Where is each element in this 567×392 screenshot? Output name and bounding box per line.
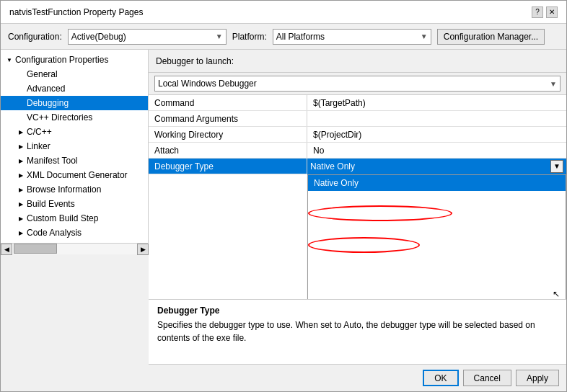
debugger-launch-arrow-icon: ▼ [550, 80, 557, 88]
scrollbar-thumb[interactable] [14, 244, 57, 254]
info-panel-description: Specifies the debugger type to use. When… [157, 318, 558, 344]
properties-section: Command $(TargetPath) Command Arguments … [149, 95, 566, 364]
tree-expand-icon: ▶ [17, 228, 25, 237]
dropdown-item-mixed-net-core[interactable]: Mixed (.NET Core) [308, 239, 566, 254]
prop-row-working-dir[interactable]: Working Directory $(ProjectDir) [149, 127, 566, 143]
sidebar-item-label: C/C++ [27, 127, 52, 137]
prop-name-working-dir: Working Directory [149, 127, 307, 142]
content-area: Debugger to launch: Local Windows Debugg… [149, 50, 566, 391]
prop-row-command[interactable]: Command $(TargetPath) [149, 95, 566, 111]
apply-button[interactable]: Apply [516, 370, 559, 386]
sidebar-item-label: Build Events [27, 199, 75, 209]
bottom-bar: OK Cancel Apply [149, 364, 566, 391]
sidebar-item-label: XML Document Generator [27, 170, 128, 180]
dropdown-item-managed-net-core[interactable]: Managed Only (.NET Core) [308, 223, 566, 239]
tree-arrow-icon [17, 70, 25, 79]
debugger-launch-label: Debugger to launch: [156, 56, 234, 66]
platform-value: All Platforms [276, 32, 325, 42]
info-panel: Debugger Type Specifies the debugger typ… [149, 299, 566, 364]
sidebar-item-label: Configuration Properties [15, 55, 108, 65]
config-value: Active(Debug) [71, 32, 126, 42]
sidebar-item-cpp[interactable]: ▶ C/C++ [1, 125, 148, 139]
info-panel-title: Debugger Type [157, 306, 558, 316]
debugger-launch-select[interactable]: Local Windows Debugger ▼ [154, 76, 561, 92]
dropdown-item-script[interactable]: Script [308, 270, 566, 286]
title-bar: natvisTestFunction Property Pages ? ✕ [1, 1, 566, 24]
config-arrow-icon: ▼ [216, 32, 223, 40]
title-bar-left: natvisTestFunction Property Pages [9, 7, 143, 17]
tree-expand-icon: ▶ [17, 156, 25, 165]
prop-value-debugger-type: Native Only ▼ Native Only Managed Only (… [307, 159, 566, 174]
tree-arrow-icon [17, 99, 25, 107]
scroll-track[interactable] [12, 244, 137, 254]
tree-expand-icon: ▶ [17, 128, 25, 136]
sidebar-item-advanced[interactable]: Advanced [1, 81, 148, 96]
dropdown-arrow-icon[interactable]: ▼ [550, 160, 563, 173]
sidebar-item-label: Advanced [27, 84, 65, 94]
tree-arrow-icon: ▼ [5, 55, 14, 64]
tree-expand-icon: ▶ [17, 142, 25, 151]
dropdown-item-managed-net-framework[interactable]: Managed Only (.NET Framework) [308, 191, 566, 207]
debugger-type-dropdown-wrapper: Native Only ▼ Native Only Managed Only (… [307, 159, 566, 174]
configuration-select[interactable]: Active(Debug) ▼ [68, 29, 227, 45]
prop-row-attach[interactable]: Attach No [149, 143, 566, 159]
sidebar-item-general[interactable]: General [1, 67, 148, 81]
dropdown-current-value: Native Only [310, 161, 355, 172]
prop-name-command: Command [149, 95, 307, 110]
sidebar-item-browse[interactable]: ▶ Browse Information [1, 182, 148, 197]
main-content: ▼ Configuration Properties General Advan… [1, 50, 566, 391]
prop-row-command-args[interactable]: Command Arguments [149, 111, 566, 127]
sidebar-item-config-props[interactable]: ▼ Configuration Properties [1, 53, 148, 67]
sidebar-item-build-events[interactable]: ▶ Build Events [1, 197, 148, 211]
mouse-cursor-icon: ↖ [553, 289, 560, 299]
scroll-right-button[interactable]: ▶ [137, 244, 149, 255]
prop-row-debugger-type[interactable]: Debugger Type Native Only ▼ Native Only [149, 159, 566, 174]
prop-name-attach: Attach [149, 143, 307, 158]
sidebar-item-label: Manifest Tool [27, 156, 77, 166]
scroll-left-button[interactable]: ◀ [1, 244, 12, 255]
dropdown-item-auto[interactable]: Auto [308, 254, 566, 270]
sidebar-item-label: General [27, 69, 58, 79]
dropdown-item-mixed-net-framework[interactable]: Mixed (.NET Framework) [308, 207, 566, 223]
window-title: natvisTestFunction Property Pages [9, 7, 143, 17]
prop-value-command-args [307, 111, 566, 126]
sidebar-item-label: Browse Information [27, 184, 101, 195]
config-bar: Configuration: Active(Debug) ▼ Platform:… [1, 24, 566, 50]
debugger-launch-bar: Debugger to launch: [149, 50, 566, 73]
sidebar-item-debugging[interactable]: Debugging [1, 96, 148, 110]
help-button[interactable]: ? [532, 6, 543, 18]
tree-expand-icon: ▶ [17, 171, 25, 179]
sidebar-item-vc-dirs[interactable]: VC++ Directories [1, 110, 148, 125]
prop-value-attach: No [307, 143, 566, 158]
sidebar-item-xml[interactable]: ▶ XML Document Generator [1, 168, 148, 182]
sidebar: ▼ Configuration Properties General Advan… [1, 50, 149, 243]
property-pages-window: natvisTestFunction Property Pages ? ✕ Co… [0, 0, 567, 392]
sidebar-scrollbar: ◀ ▶ [1, 243, 149, 254]
dropdown-selected-row[interactable]: Native Only ▼ [307, 159, 566, 174]
config-manager-button[interactable]: Configuration Manager... [437, 29, 545, 45]
sidebar-item-custom-build[interactable]: ▶ Custom Build Step [1, 211, 148, 226]
tree-expand-icon: ▶ [17, 214, 25, 223]
platform-label: Platform: [232, 32, 267, 42]
close-button[interactable]: ✕ [546, 6, 558, 18]
ok-button[interactable]: OK [423, 370, 458, 386]
tree-expand-icon: ▶ [17, 185, 25, 194]
sidebar-tree: ▼ Configuration Properties General Advan… [1, 50, 148, 243]
dropdown-item-native-only[interactable]: Native Only [308, 175, 566, 191]
title-controls: ? ✕ [532, 6, 558, 18]
sidebar-item-label: Custom Build Step [27, 213, 98, 223]
debugger-type-dropdown-list: Native Only Managed Only (.NET Framework… [307, 174, 566, 300]
dropdown-item-gpu-only[interactable]: GPU Only (C++ AMP) ↖ [308, 286, 566, 300]
sidebar-item-manifest[interactable]: ▶ Manifest Tool [1, 153, 148, 168]
tree-arrow-icon [17, 84, 25, 93]
properties-table: Command $(TargetPath) Command Arguments … [149, 95, 566, 299]
platform-arrow-icon: ▼ [421, 32, 428, 40]
tree-arrow-icon [17, 113, 25, 122]
sidebar-item-linker[interactable]: ▶ Linker [1, 139, 148, 153]
prop-value-command: $(TargetPath) [307, 95, 566, 110]
sidebar-item-code-analysis[interactable]: ▶ Code Analysis [1, 226, 148, 240]
platform-select[interactable]: All Platforms ▼ [273, 29, 431, 45]
cancel-button[interactable]: Cancel [463, 370, 511, 386]
prop-name-debugger-type: Debugger Type [149, 159, 307, 174]
dropdown-gpu-label: GPU Only (C++ AMP) [314, 289, 398, 299]
